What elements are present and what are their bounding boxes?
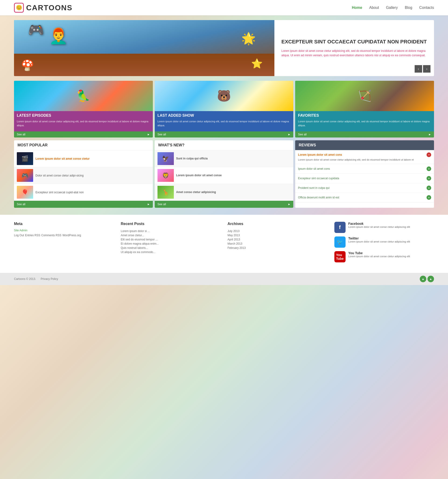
nav-about[interactable]: About: [369, 6, 379, 10]
main-nav: Home About Gallery Blog Contacts: [352, 6, 434, 10]
popular-item-2: 🎮 Dolor sit amet conse ctetur adipi-sici…: [14, 167, 153, 184]
recent-post-4: Et dolore magna aliqua enim...: [121, 242, 159, 245]
footer-meta-col: Meta Site Admin Log Out Entries RSS Comm…: [14, 222, 114, 266]
logo-icon: 😊: [14, 3, 24, 13]
recent-post-3: Elit sed do eiusmod tempor ...: [121, 238, 158, 241]
logo[interactable]: 😊 CARTOONS: [14, 3, 72, 13]
scroll-down-button[interactable]: ▲: [428, 276, 434, 282]
hero-text: Lorem ipsum dolor sit amet conse ctetur …: [281, 49, 427, 58]
card-link-3[interactable]: See all ►: [295, 131, 434, 138]
new-thumb-3: 🦒: [158, 186, 174, 199]
twitter-text: Twitter Lorem ipsum dolor sit amet conse…: [348, 236, 410, 243]
card-title-2: LAST ADDED SHOW: [158, 113, 291, 118]
twitter-desc: Lorem ipsum dolor sit amet conse ctetur …: [348, 240, 410, 243]
footer-recent-posts-col: Recent Posts Lorem ipsum dolor si ... Am…: [121, 222, 221, 266]
review-item-2[interactable]: Ipsum dolor sit amet cons +: [295, 164, 434, 174]
hero-content: EXCEPTEUR SINT OCCAECAT CUPIDATAT NON PR…: [274, 20, 434, 76]
review-title-2: Ipsum dolor sit amet cons: [298, 167, 330, 170]
hero-next-button[interactable]: ›: [423, 65, 430, 73]
card-favorites: 🏹 FAVORITES Lorem ipsum dolor sit amet c…: [295, 81, 434, 138]
new-see-all[interactable]: See all ►: [155, 201, 294, 208]
popular-item-1: 🎬 Lorem ipsum dolor sit amet conse ctetu…: [14, 150, 153, 167]
nav-contacts[interactable]: Contacts: [419, 6, 434, 10]
review-text-1: Lorem ipsum dolor sit amet conse ctetur …: [298, 158, 431, 161]
most-popular-header: MOST POPULAR: [14, 140, 153, 150]
copyright: Cartoons © 2013.: [14, 277, 36, 281]
review-item-3[interactable]: Excepteur sint occaecat cupidata +: [295, 174, 434, 183]
review-item-5[interactable]: Officia deserunt mollit anim id est +: [295, 193, 434, 202]
facebook-social: f Facebook Lorem ipsum dolor sit amet co…: [334, 222, 434, 233]
review-item-expanded: Lorem ipsum dolor sit amet cons − Lorem …: [295, 150, 434, 164]
popular-text-3: Excepteur sint occaecat cupid-atat non: [35, 190, 150, 194]
scroll-up-button[interactable]: ▲: [420, 276, 426, 282]
whats-new-section: WHAT'S NEW? 🦅 Sunt in culpa qui officia …: [155, 140, 294, 208]
hero-prev-button[interactable]: ‹: [415, 65, 422, 73]
new-item-3: 🦒 Amet conse ctetur adipisicing: [155, 184, 294, 201]
youtube-icon[interactable]: YouTube: [334, 251, 346, 262]
popular-text-2: Dolor sit amet conse ctetur adipi-sicing: [35, 173, 150, 178]
scroll-top-buttons: ▲ ▲: [420, 276, 434, 282]
review-item-4[interactable]: Proident sunt in culpa qui +: [295, 183, 434, 193]
recent-post-6: Ut aliquip ex ea commodo...: [121, 251, 156, 254]
popular-thumb-1: 🎬: [17, 152, 33, 165]
card-text-2: Lorem ipsum dolor sit amet conse ctetur …: [158, 120, 291, 127]
card-text-1: Lorem ipsum dolor sit amet conse ctetur …: [17, 120, 150, 127]
new-text-1: Sunt in culpa qui officia: [176, 157, 291, 161]
review-title-1: Lorem ipsum dolor sit amet cons −: [298, 153, 431, 157]
facebook-icon[interactable]: f: [334, 222, 346, 233]
reviews-section: REVIEWS Lorem ipsum dolor sit amet cons …: [295, 140, 434, 208]
facebook-text: Facebook Lorem ipsum dolor sit amet cons…: [348, 222, 410, 228]
footer-recent-title: Recent Posts: [121, 222, 221, 226]
hero-title: EXCEPTEUR SINT OCCAECAT CUPIDATAT NON PR…: [281, 39, 427, 45]
card-text-3: Lorem ipsum dolor sit amet conse ctetur …: [298, 120, 431, 127]
review-title-3: Excepteur sint occaecat cupidata: [298, 177, 339, 180]
bottom-sections: MOST POPULAR 🎬 Lorem ipsum dolor sit ame…: [14, 140, 434, 208]
archive-3: April 2013: [228, 238, 240, 241]
twitter-social: 🐦 Twitter Lorem ipsum dolor sit amet con…: [334, 236, 434, 248]
youtube-social: YouTube You Tube Lorem ipsum dolor sit a…: [334, 251, 434, 262]
footer-wordpress: WordPress.org: [62, 234, 81, 237]
most-popular-section: MOST POPULAR 🎬 Lorem ipsum dolor sit ame…: [14, 140, 153, 208]
twitter-icon[interactable]: 🐦: [334, 236, 346, 248]
review-expand-button-4[interactable]: +: [427, 186, 431, 190]
footer-logout: Log Out: [14, 234, 24, 237]
popular-item-3: 🎈 Excepteur sint occaecat cupid-atat non: [14, 184, 153, 201]
nav-home[interactable]: Home: [352, 6, 362, 10]
nav-blog[interactable]: Blog: [405, 6, 412, 10]
card-image-1: 🦜: [14, 81, 153, 111]
review-collapse-button[interactable]: −: [427, 153, 431, 157]
footer-columns: Meta Site Admin Log Out Entries RSS Comm…: [14, 222, 434, 266]
hero-image: 🎮 👨‍🦰 🌟 🍄 ⭐: [14, 20, 274, 76]
youtube-title: You Tube: [348, 251, 410, 255]
reviews-header: REVIEWS: [295, 140, 434, 150]
footer-comments-rss: Comments RSS: [41, 234, 61, 237]
review-expand-button-5[interactable]: +: [427, 195, 431, 200]
feature-cards: 🦜 LATEST EPISODES Lorem ipsum dolor sit …: [14, 81, 434, 138]
card-latest-episodes: 🦜 LATEST EPISODES Lorem ipsum dolor sit …: [14, 81, 153, 138]
card-link-2[interactable]: See all ►: [155, 131, 294, 138]
popular-see-all[interactable]: See all ►: [14, 201, 153, 208]
facebook-title: Facebook: [348, 222, 410, 226]
logo-text: CARTOONS: [26, 4, 72, 12]
new-item-1: 🦅 Sunt in culpa qui officia: [155, 150, 294, 167]
hero-navigation: ‹ ›: [415, 65, 430, 73]
privacy-policy-link[interactable]: Privacy Policy: [41, 277, 58, 281]
card-body-1: LATEST EPISODES Lorem ipsum dolor sit am…: [14, 111, 153, 131]
facebook-desc: Lorem ipsum dolor sit amet conse ctetur …: [348, 226, 410, 228]
review-expand-button-2[interactable]: +: [427, 166, 431, 171]
footer-social-col: f Facebook Lorem ipsum dolor sit amet co…: [334, 222, 434, 266]
review-expand-button-3[interactable]: +: [427, 176, 431, 181]
nav-gallery[interactable]: Gallery: [386, 6, 398, 10]
new-thumb-1: 🦅: [158, 152, 174, 165]
footer-bottom-bar: Cartoons © 2013. Privacy Policy ▲ ▲: [0, 273, 448, 285]
card-title-3: FAVORITES: [298, 113, 431, 118]
card-link-1[interactable]: See all ►: [14, 131, 153, 138]
new-item-2: 🦁 Lorem ipsum dolor sit amet conse: [155, 167, 294, 184]
new-text-2: Lorem ipsum dolor sit amet conse: [176, 173, 291, 177]
footer-site-admin[interactable]: Site Admin: [14, 229, 114, 232]
card-title-1: LATEST EPISODES: [17, 113, 150, 118]
archive-2: May 2013: [228, 234, 240, 237]
new-text-3: Amet conse ctetur adipisicing: [176, 190, 291, 194]
card-body-2: LAST ADDED SHOW Lorem ipsum dolor sit am…: [155, 111, 294, 131]
footer-archives-col: Archives July 2013 May 2013 April 2013 M…: [228, 222, 327, 266]
